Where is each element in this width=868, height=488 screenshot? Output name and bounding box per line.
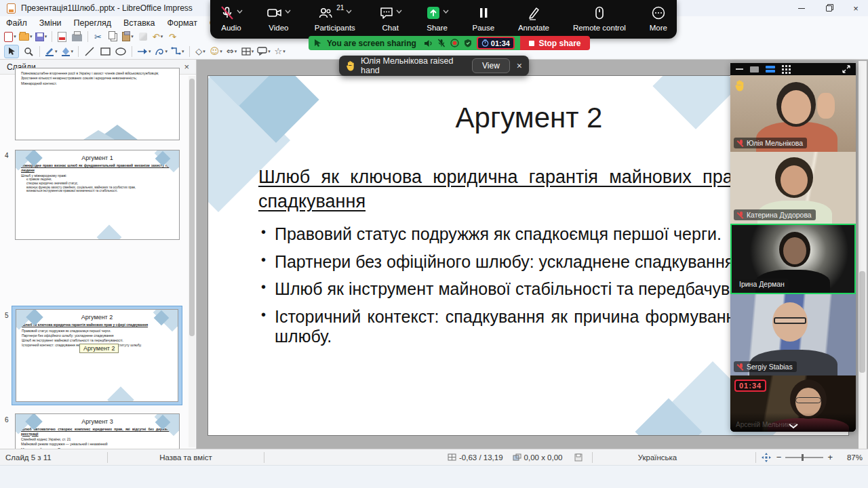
mic-muted-icon xyxy=(738,211,744,219)
zoom-tool-icon[interactable] xyxy=(22,45,35,58)
chevron-down-icon[interactable] xyxy=(396,9,402,14)
more-button[interactable]: More xyxy=(650,4,667,32)
audio-button[interactable]: Audio xyxy=(220,4,243,32)
record-icon[interactable] xyxy=(450,39,459,47)
participant-video-active[interactable]: Ірина Дерман xyxy=(730,224,856,294)
pause-icon xyxy=(477,5,490,20)
save-icon[interactable]: ▾ xyxy=(35,30,47,43)
menu-view[interactable]: Перегляд xyxy=(68,17,117,29)
stop-share-button[interactable]: Stop share xyxy=(520,36,590,50)
language-selector[interactable]: Українська xyxy=(593,453,722,462)
menu-format[interactable]: Формат xyxy=(161,17,203,29)
menu-edit[interactable]: Зміни xyxy=(33,17,68,29)
basic-shapes-icon[interactable]: ◇▾ xyxy=(195,45,207,58)
slide-thumbnail-5[interactable]: Аргумент 2 Шлюб як ключова юридична гара… xyxy=(16,309,178,402)
participant-video[interactable]: Катерина Дудорова xyxy=(730,152,856,224)
participant-video[interactable]: 01:34 Арсеній Мельников xyxy=(730,375,856,432)
chat-label: Chat xyxy=(382,24,399,32)
main-scrollbar[interactable] xyxy=(859,61,867,449)
fit-slide-icon[interactable] xyxy=(762,453,771,462)
select-tool-icon[interactable] xyxy=(4,45,19,58)
curve-tool-icon[interactable]: ▾ xyxy=(155,45,168,58)
mic-muted-icon[interactable] xyxy=(437,39,446,47)
notification-close-icon[interactable]: × xyxy=(517,60,522,71)
minimize-button[interactable] xyxy=(788,0,815,16)
speaker-view-icon[interactable] xyxy=(750,66,759,73)
security-shield-icon[interactable] xyxy=(464,39,472,47)
open-icon[interactable]: ▾ xyxy=(19,30,33,43)
chat-button[interactable]: Chat xyxy=(379,4,402,32)
panel-scrollbar[interactable] xyxy=(189,76,195,447)
remote-control-icon xyxy=(593,5,606,20)
print-icon[interactable] xyxy=(71,30,83,43)
expand-panel-icon[interactable] xyxy=(842,65,850,73)
participants-button[interactable]: 21 Participants xyxy=(315,4,355,32)
slides-panel-close-icon[interactable]: × xyxy=(184,62,189,72)
grid-view-icon[interactable] xyxy=(782,65,791,74)
close-button[interactable]: × xyxy=(842,0,868,16)
participant-figure xyxy=(781,165,808,195)
cut-icon[interactable]: ✂ xyxy=(92,30,104,43)
symbol-shapes-icon[interactable]: ☺▾ xyxy=(210,45,222,58)
export-pdf-icon[interactable] xyxy=(56,30,68,43)
chevron-down-icon[interactable] xyxy=(346,9,352,14)
participant-video[interactable]: Юлія Мельнікова xyxy=(730,75,856,152)
fill-color-icon[interactable]: ▾ xyxy=(61,45,74,58)
raised-hand-notification: Юлія Мельнікова raised hand View × xyxy=(339,56,529,76)
video-button[interactable]: Video xyxy=(267,4,291,32)
paste-icon[interactable]: ▾ xyxy=(122,30,134,43)
participant-video[interactable]: Sergiy Stabias xyxy=(730,294,856,375)
slide-thumbnail-4[interactable]: Аргумент 1 Міжнародне право визнає шлюб … xyxy=(15,150,180,240)
undo-icon[interactable]: ↶▾ xyxy=(152,30,164,43)
zoom-slider[interactable] xyxy=(785,457,823,458)
pause-button[interactable]: Pause xyxy=(472,4,494,32)
remote-control-button[interactable]: Remote control xyxy=(573,4,626,32)
restore-button[interactable] xyxy=(815,0,842,16)
copy-icon[interactable] xyxy=(107,30,119,43)
thumb-subbullet: визнається інструментом правової визначе… xyxy=(29,189,174,193)
participants-icon xyxy=(317,5,334,20)
glasses xyxy=(774,317,806,324)
mic-muted-icon xyxy=(220,5,235,20)
thumb-bullet: Правовий статус подружжя як спадкоємця п… xyxy=(24,329,172,333)
insert-line-icon[interactable] xyxy=(83,45,96,58)
slide-thumbnail-3[interactable]: Повномасштабне вторгнення росії в Україн… xyxy=(15,68,180,140)
redo-icon[interactable]: ↷ xyxy=(167,30,179,43)
menu-file[interactable]: Файл xyxy=(0,17,33,29)
chevron-down-icon[interactable] xyxy=(443,9,449,14)
zoom-meeting-toolbar: Audio Video 21 xyxy=(210,0,677,39)
star-shapes-icon[interactable]: ☆▾ xyxy=(274,45,286,58)
zoom-video-panel: Юлія Мельнікова Катерина Дудорова Ірина … xyxy=(730,63,856,432)
callout-shapes-icon[interactable]: ▾ xyxy=(257,45,271,58)
annotate-label: Annotate xyxy=(518,24,549,32)
panel-collapse-bar[interactable]: Арсеній Мельников xyxy=(730,413,856,432)
block-arrows-icon[interactable]: ⇔▾ xyxy=(226,45,238,58)
screen-sharing-bar: You are screen sharing 01:34 xyxy=(309,36,520,50)
zoom-out-button[interactable]: − xyxy=(776,452,782,462)
ellipse-icon[interactable] xyxy=(115,45,127,58)
rectangle-icon[interactable] xyxy=(99,45,111,58)
stop-icon xyxy=(529,41,534,46)
video-camera-icon xyxy=(267,5,283,20)
gallery-view-icon[interactable] xyxy=(766,66,775,73)
zoom-percentage: 87% xyxy=(833,453,863,462)
thumb-bullet: Шлюб як інструмент майнової стабільності… xyxy=(24,338,172,342)
menu-insert[interactable]: Вставка xyxy=(117,17,161,29)
share-screen-icon xyxy=(426,5,441,20)
flowchart-icon[interactable]: ▾ xyxy=(241,45,254,58)
chevron-down-icon[interactable] xyxy=(237,9,243,14)
connector-icon[interactable]: ▾ xyxy=(171,45,184,58)
line-color-icon[interactable]: ▾ xyxy=(45,45,58,58)
new-document-icon[interactable]: ▾ xyxy=(4,30,16,43)
share-button[interactable]: Share xyxy=(426,4,449,32)
zoom-in-button[interactable]: + xyxy=(827,452,833,462)
thumb-bullet: Партнери без офіційного шлюбу: ускладнен… xyxy=(24,333,172,338)
annotate-button[interactable]: Annotate xyxy=(518,4,549,32)
thumb-bullet: Майновий режим подружжя — унікальний і н… xyxy=(24,442,174,446)
view-button[interactable]: View xyxy=(472,58,510,73)
clone-formatting-icon[interactable] xyxy=(137,30,149,43)
speaker-icon[interactable] xyxy=(424,39,433,47)
chevron-down-icon[interactable] xyxy=(285,9,291,14)
panel-minimize-icon[interactable] xyxy=(736,68,743,70)
lines-arrows-icon[interactable]: ▾ xyxy=(137,45,151,58)
